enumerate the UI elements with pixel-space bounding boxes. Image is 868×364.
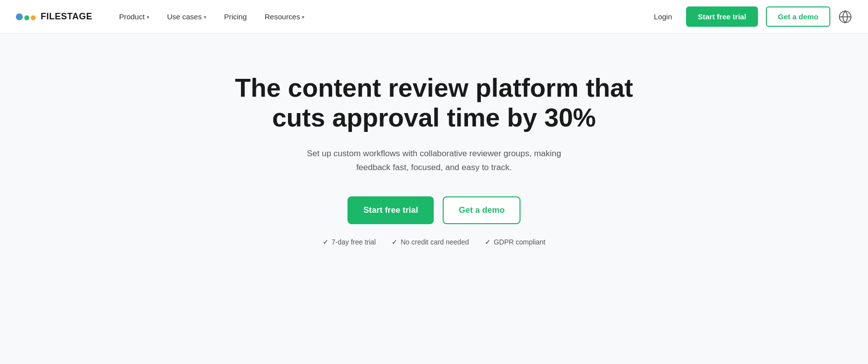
trust-item-no-card: ✓ No credit card needed bbox=[392, 238, 469, 246]
login-link[interactable]: Login bbox=[648, 8, 678, 25]
nav-item-pricing[interactable]: Pricing bbox=[217, 8, 254, 25]
checkmark-icon: ✓ bbox=[323, 238, 329, 246]
navbar: FILESTAGE Product ▾ Use cases ▾ Pricing … bbox=[0, 0, 868, 34]
chevron-down-icon: ▾ bbox=[147, 14, 149, 20]
logo-dots bbox=[16, 13, 36, 20]
trust-label-gdpr: GDPR compliant bbox=[494, 238, 545, 246]
nav-item-usecases[interactable]: Use cases ▾ bbox=[160, 8, 213, 25]
nav-usecases-label: Use cases bbox=[167, 12, 202, 21]
dot-blue-icon bbox=[16, 13, 23, 20]
dot-orange-icon bbox=[31, 15, 36, 20]
nav-start-trial-button[interactable]: Start free trial bbox=[686, 6, 758, 27]
hero-title: The content review platform that cuts ap… bbox=[231, 73, 637, 133]
trust-item-trial: ✓ 7-day free trial bbox=[323, 238, 376, 246]
chevron-down-icon: ▾ bbox=[204, 14, 206, 20]
hero-get-demo-button[interactable]: Get a demo bbox=[443, 196, 521, 224]
nav-get-demo-button[interactable]: Get a demo bbox=[766, 6, 830, 27]
nav-right: Login Start free trial Get a demo bbox=[648, 6, 852, 27]
hero-section: The content review platform that cuts ap… bbox=[0, 34, 868, 364]
hero-subtitle: Set up custom workflows with collaborati… bbox=[295, 147, 573, 175]
trust-label-no-card: No credit card needed bbox=[401, 238, 469, 246]
hero-start-trial-button[interactable]: Start free trial bbox=[347, 196, 434, 224]
logo-link[interactable]: FILESTAGE bbox=[16, 11, 92, 22]
nav-product-label: Product bbox=[119, 12, 145, 21]
nav-links: Product ▾ Use cases ▾ Pricing Resources … bbox=[112, 8, 648, 25]
trust-badges: ✓ 7-day free trial ✓ No credit card need… bbox=[323, 238, 546, 246]
checkmark-icon: ✓ bbox=[485, 238, 491, 246]
dot-green-icon bbox=[24, 15, 29, 20]
nav-item-product[interactable]: Product ▾ bbox=[112, 8, 156, 25]
chevron-down-icon: ▾ bbox=[302, 14, 304, 20]
nav-item-resources[interactable]: Resources ▾ bbox=[258, 8, 312, 25]
nav-pricing-label: Pricing bbox=[224, 12, 247, 21]
globe-icon[interactable] bbox=[838, 10, 852, 24]
checkmark-icon: ✓ bbox=[392, 238, 398, 246]
trust-item-gdpr: ✓ GDPR compliant bbox=[485, 238, 545, 246]
logo-text: FILESTAGE bbox=[41, 11, 92, 22]
hero-buttons: Start free trial Get a demo bbox=[347, 196, 521, 224]
nav-resources-label: Resources bbox=[265, 12, 300, 21]
trust-label-trial: 7-day free trial bbox=[332, 238, 376, 246]
